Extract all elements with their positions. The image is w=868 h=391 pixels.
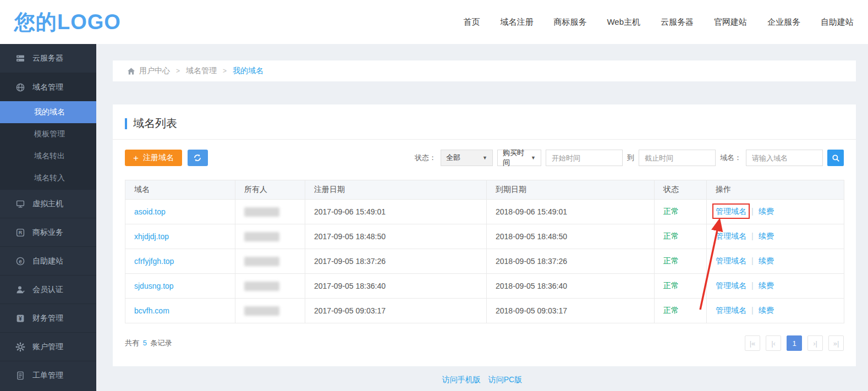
manage-domain-link[interactable]: 管理域名 xyxy=(716,207,746,216)
page-button-prev[interactable]: |‹ xyxy=(766,335,781,351)
site-logo[interactable]: 您的LOGO xyxy=(14,8,121,36)
sidebar-item[interactable]: 域名管理 xyxy=(0,73,96,101)
top-nav: 首页域名注册商标服务Web主机云服务器官网建站企业服务自助建站 xyxy=(463,17,854,27)
sidebar-item-label: 虚拟主机 xyxy=(32,199,63,209)
breadcrumb-home-label: 用户中心 xyxy=(139,66,170,76)
end-date-input[interactable] xyxy=(639,150,716,166)
nav-item[interactable]: 官网建站 xyxy=(714,17,747,27)
manage-domain-link[interactable]: 管理域名 xyxy=(716,232,746,240)
renew-link[interactable]: 续费 xyxy=(759,256,774,265)
sidebar-item[interactable]: 会员认证 xyxy=(0,275,96,304)
column-header: 状态 xyxy=(655,180,707,200)
nav-item[interactable]: 企业服务 xyxy=(767,17,800,27)
sidebar-item[interactable]: 云服务器 xyxy=(0,44,96,73)
sidebar-item[interactable]: 我的域名 xyxy=(0,101,96,123)
footer-link[interactable]: 访问PC版 xyxy=(488,375,522,384)
sidebar-item[interactable]: 工单管理 xyxy=(0,361,96,389)
register-domain-button[interactable]: + 注册域名 xyxy=(125,150,182,166)
owner-redacted xyxy=(244,282,279,291)
svg-text:R: R xyxy=(19,230,23,235)
renew-link[interactable]: 续费 xyxy=(759,207,774,216)
breadcrumb: 用户中心 > 域名管理 > 我的域名 xyxy=(113,60,856,81)
sidebar-item-label: 域名管理 xyxy=(32,82,63,92)
table-row: asoid.top2017-09-06 15:49:012018-09-06 1… xyxy=(125,200,844,224)
expire-date: 2018-09-05 18:48:50 xyxy=(487,224,655,249)
renew-link[interactable]: 续费 xyxy=(759,306,774,315)
sidebar-item-label: 域名转入 xyxy=(34,173,65,183)
breadcrumb-item-domain-management[interactable]: 域名管理 xyxy=(186,66,217,76)
page-button-first[interactable]: |« xyxy=(745,335,760,351)
sidebar-item-label: 我的域名 xyxy=(34,107,65,117)
start-date-input[interactable] xyxy=(546,150,623,166)
status-select-value: 全部 xyxy=(446,153,460,163)
nav-item[interactable]: 云服务器 xyxy=(661,17,694,27)
footer-links: 访问手机版访问PC版 xyxy=(96,375,868,385)
plus-icon: + xyxy=(133,153,139,163)
registered-date: 2017-09-05 18:48:50 xyxy=(305,224,487,249)
nav-item[interactable]: 首页 xyxy=(463,17,480,27)
registered-date: 2017-09-05 09:03:17 xyxy=(305,299,487,323)
action-separator: | xyxy=(751,256,754,265)
breadcrumb-separator: > xyxy=(223,67,227,75)
domain-list-panel: 域名列表 + 注册域名 xyxy=(113,104,856,366)
time-type-select[interactable]: 购买时间 ▼ xyxy=(497,150,541,166)
domain-link[interactable]: cfrfyjfgh.top xyxy=(134,257,174,266)
toolbar-buttons: + 注册域名 xyxy=(125,150,208,166)
sidebar-item[interactable]: e自助建站 xyxy=(0,246,96,275)
sidebar-item-label: 自助建站 xyxy=(32,256,63,266)
manage-domain-link[interactable]: 管理域名 xyxy=(716,256,746,265)
breadcrumb-home[interactable]: 用户中心 xyxy=(127,66,170,76)
breadcrumb-separator: > xyxy=(176,67,180,75)
pagination: |«|‹1›|»| xyxy=(745,335,844,351)
manage-domain-link[interactable]: 管理域名 xyxy=(716,281,746,290)
renew-link[interactable]: 续费 xyxy=(759,232,774,240)
sidebar-item[interactable]: ¥财务管理 xyxy=(0,304,96,332)
manage-domain-link[interactable]: 管理域名 xyxy=(716,306,746,315)
nav-item[interactable]: Web主机 xyxy=(607,17,640,27)
register-domain-label: 注册域名 xyxy=(143,153,174,163)
table-row: sjdusng.top2017-09-05 18:36:402018-09-05… xyxy=(125,274,844,299)
sidebar-item-label: 域名转出 xyxy=(34,151,65,161)
sidebar-item[interactable]: 域名转入 xyxy=(0,167,96,189)
page-button-last[interactable]: »| xyxy=(828,335,844,351)
domain-link[interactable]: xhjdjdj.top xyxy=(134,232,169,241)
sidebar-item-label: 工单管理 xyxy=(32,371,63,381)
domain-link[interactable]: bcvfh.com xyxy=(134,306,169,315)
svg-text:¥: ¥ xyxy=(19,315,22,322)
app-root: 您的LOGO 首页域名注册商标服务Web主机云服务器官网建站企业服务自助建站 云… xyxy=(0,0,868,391)
panel-header: 域名列表 xyxy=(113,104,856,140)
registered-date: 2017-09-05 18:36:40 xyxy=(305,274,487,299)
column-header: 注册日期 xyxy=(305,180,487,200)
sidebar-item[interactable]: R商标业务 xyxy=(0,218,96,246)
search-button[interactable] xyxy=(827,150,844,166)
sidebar-item[interactable]: 域名转出 xyxy=(0,145,96,167)
sidebar-item-label: 云服务器 xyxy=(32,53,63,63)
top-header: 您的LOGO 首页域名注册商标服务Web主机云服务器官网建站企业服务自助建站 xyxy=(0,0,868,44)
sidebar-item[interactable]: 模板管理 xyxy=(0,123,96,145)
column-header: 所有人 xyxy=(235,180,305,200)
renew-link[interactable]: 续费 xyxy=(759,281,774,290)
sidebar-item-label: 会员认证 xyxy=(32,285,63,295)
status-filter-label: 状态： xyxy=(415,153,436,163)
user-check-icon xyxy=(15,285,25,295)
sidebar-item[interactable]: 虚拟主机 xyxy=(0,189,96,218)
nav-item[interactable]: 商标服务 xyxy=(553,17,586,27)
page-button-page[interactable]: 1 xyxy=(787,335,802,351)
nav-item[interactable]: 域名注册 xyxy=(500,17,533,27)
registered-date: 2017-09-05 18:37:26 xyxy=(305,249,487,274)
column-header: 到期日期 xyxy=(487,180,655,200)
footer-link[interactable]: 访问手机版 xyxy=(442,375,481,384)
domain-link[interactable]: sjdusng.top xyxy=(134,282,174,290)
page-button-next[interactable]: ›| xyxy=(807,335,823,351)
domain-table: 域名所有人注册日期到期日期状态操作 asoid.top2017-09-06 15… xyxy=(125,180,844,323)
owner-redacted xyxy=(244,232,279,241)
server-icon xyxy=(15,53,25,63)
domain-link[interactable]: asoid.top xyxy=(134,207,166,216)
refresh-button[interactable] xyxy=(188,150,208,166)
panel-title: 域名列表 xyxy=(133,116,177,131)
owner-redacted xyxy=(244,207,279,217)
nav-item[interactable]: 自助建站 xyxy=(821,17,854,27)
sidebar-item[interactable]: 账户管理 xyxy=(0,332,96,361)
domain-search-input[interactable] xyxy=(746,150,823,166)
status-select[interactable]: 全部 ▼ xyxy=(441,150,493,166)
